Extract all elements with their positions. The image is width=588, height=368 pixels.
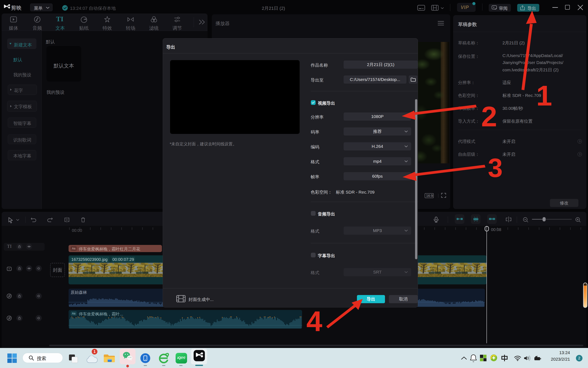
svg-text:2: 2	[481, 100, 497, 132]
svg-text:4: 4	[306, 305, 322, 337]
svg-text:1: 1	[536, 80, 552, 112]
svg-text:3: 3	[488, 153, 503, 183]
